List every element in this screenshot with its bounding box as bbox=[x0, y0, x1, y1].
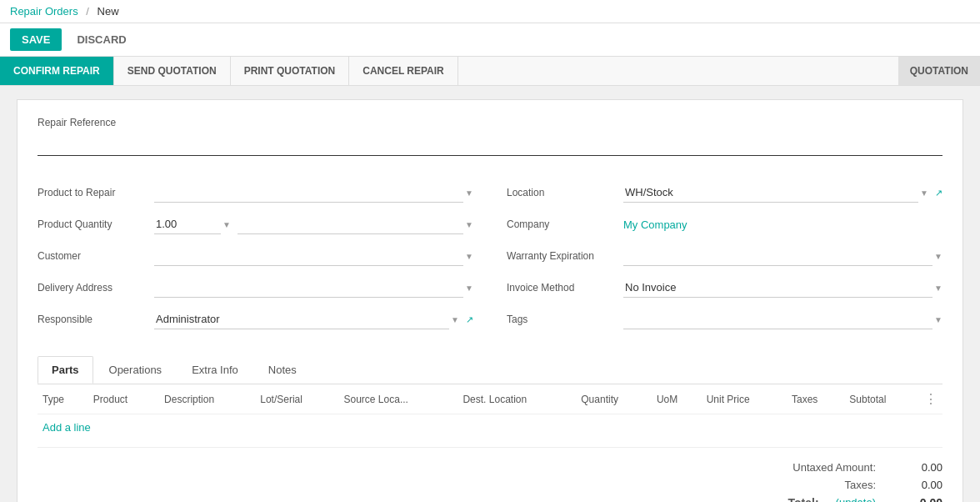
warranty-arrow: ▼ bbox=[934, 252, 942, 261]
form-columns: Product to Repair ▼ Product Quantity ▼ ▼ bbox=[38, 181, 942, 339]
col-taxes: Taxes bbox=[787, 384, 844, 414]
delivery-address-row: Delivery Address ▼ bbox=[38, 276, 473, 299]
col-source-location: Source Loca... bbox=[339, 384, 458, 414]
delivery-address-input[interactable] bbox=[154, 278, 463, 298]
total-final-row: Total: (update) 0.00 bbox=[719, 496, 942, 502]
responsible-label: Responsible bbox=[38, 314, 154, 325]
totals-section: Untaxed Amount: 0.00 Taxes: 0.00 Total: … bbox=[38, 447, 942, 502]
tags-input[interactable] bbox=[623, 309, 932, 329]
add-line-button[interactable]: Add a line bbox=[38, 414, 96, 440]
main-content: Repair Reference Product to Repair ▼ Pro… bbox=[0, 86, 980, 502]
repair-reference-label: Repair Reference bbox=[38, 117, 942, 128]
tab-parts[interactable]: Parts bbox=[38, 356, 93, 384]
product-to-repair-row: Product to Repair ▼ bbox=[38, 181, 473, 204]
responsible-arrow: ▼ bbox=[451, 315, 459, 324]
product-quantity-input[interactable] bbox=[154, 214, 221, 234]
invoice-method-arrow: ▼ bbox=[934, 284, 942, 293]
delivery-address-value: ▼ bbox=[154, 278, 473, 298]
invoice-method-value: ▼ bbox=[623, 278, 942, 298]
location-arrow: ▼ bbox=[920, 188, 928, 198]
workflow-confirm-repair[interactable]: CONFIRM REPAIR bbox=[0, 57, 114, 85]
uom-arrow: ▼ bbox=[465, 220, 473, 229]
taxes-row: Taxes: 0.00 bbox=[776, 479, 942, 491]
breadcrumb-bar: Repair Orders / New bbox=[0, 0, 980, 23]
product-to-repair-label: Product to Repair bbox=[38, 187, 154, 198]
warranty-expiration-input[interactable] bbox=[623, 246, 932, 266]
tags-value: ▼ bbox=[623, 309, 942, 329]
total-value: 0.00 bbox=[892, 496, 942, 502]
workflow-send-quotation[interactable]: SEND QUOTATION bbox=[114, 57, 231, 85]
product-quantity-uom-input[interactable] bbox=[238, 214, 463, 234]
workflow-print-quotation[interactable]: PRINT QUOTATION bbox=[231, 57, 350, 85]
parts-table: Type Product Description Lot/Serial Sour… bbox=[38, 384, 942, 414]
taxes-label: Taxes: bbox=[776, 479, 876, 491]
customer-input[interactable] bbox=[154, 246, 463, 266]
col-lot-serial: Lot/Serial bbox=[255, 384, 338, 414]
product-quantity-arrow: ▼ bbox=[222, 220, 231, 229]
warranty-expiration-label: Warranty Expiration bbox=[507, 250, 623, 262]
table-more-icon[interactable]: ⋮ bbox=[924, 392, 938, 406]
delivery-address-label: Delivery Address bbox=[38, 282, 154, 294]
location-external-link[interactable]: ↗ bbox=[935, 188, 942, 198]
tab-extra-info[interactable]: Extra Info bbox=[178, 356, 252, 384]
untaxed-label: Untaxed Amount: bbox=[776, 461, 876, 474]
invoice-method-row: Invoice Method ▼ bbox=[507, 276, 942, 299]
tab-notes[interactable]: Notes bbox=[254, 356, 311, 384]
customer-arrow: ▼ bbox=[465, 252, 473, 261]
workflow-bar: CONFIRM REPAIR SEND QUOTATION PRINT QUOT… bbox=[0, 57, 980, 86]
customer-row: Customer ▼ bbox=[38, 244, 473, 268]
untaxed-value: 0.00 bbox=[892, 461, 942, 474]
untaxed-row: Untaxed Amount: 0.00 bbox=[776, 461, 942, 474]
workflow-cancel-repair[interactable]: CANCEL REPAIR bbox=[349, 57, 458, 85]
total-label: Total: bbox=[719, 496, 819, 502]
col-subtotal: Subtotal bbox=[844, 384, 919, 414]
update-link[interactable]: (update) bbox=[836, 496, 876, 502]
company-text: My Company bbox=[623, 218, 688, 231]
repair-reference-input[interactable] bbox=[38, 132, 942, 156]
customer-label: Customer bbox=[38, 250, 154, 262]
location-value: ▼ ↗ bbox=[623, 183, 942, 203]
product-to-repair-input[interactable] bbox=[154, 183, 463, 203]
invoice-method-input[interactable] bbox=[623, 278, 932, 298]
responsible-value: ▼ ↗ bbox=[154, 309, 473, 329]
location-row: Location ▼ ↗ bbox=[507, 181, 942, 204]
col-actions: ⋮ bbox=[919, 384, 942, 414]
responsible-external-link[interactable]: ↗ bbox=[466, 314, 473, 325]
breadcrumb-sep: / bbox=[86, 5, 89, 18]
col-uom: UoM bbox=[652, 384, 702, 414]
breadcrumb-parent[interactable]: Repair Orders bbox=[10, 5, 78, 18]
responsible-input[interactable] bbox=[154, 309, 449, 329]
col-unit-price: Unit Price bbox=[702, 384, 787, 414]
tab-operations[interactable]: Operations bbox=[95, 356, 177, 384]
location-input[interactable] bbox=[623, 183, 918, 203]
col-dest-location: Dest. Location bbox=[458, 384, 576, 414]
discard-button[interactable]: DISCARD bbox=[68, 28, 134, 51]
company-label: Company bbox=[507, 218, 623, 230]
delivery-address-arrow: ▼ bbox=[465, 284, 473, 293]
right-col: Location ▼ ↗ Company My Company bbox=[507, 181, 942, 339]
form-card: Repair Reference Product to Repair ▼ Pro… bbox=[17, 99, 963, 502]
location-label: Location bbox=[507, 187, 623, 198]
company-value: My Company bbox=[623, 218, 942, 231]
customer-value: ▼ bbox=[154, 246, 473, 266]
tags-label: Tags bbox=[507, 314, 623, 325]
tags-row: Tags ▼ bbox=[507, 308, 942, 331]
quotation-button[interactable]: QUOTATION bbox=[898, 57, 980, 85]
warranty-expiration-row: Warranty Expiration ▼ bbox=[507, 244, 942, 268]
taxes-value: 0.00 bbox=[892, 479, 942, 491]
tags-arrow: ▼ bbox=[934, 315, 942, 324]
repair-reference-section: Repair Reference bbox=[38, 117, 942, 164]
invoice-method-label: Invoice Method bbox=[507, 282, 623, 294]
warranty-expiration-value: ▼ bbox=[623, 246, 942, 266]
save-button[interactable]: SAVE bbox=[10, 28, 62, 51]
product-to-repair-arrow: ▼ bbox=[465, 188, 473, 198]
tabs-container: Parts Operations Extra Info Notes bbox=[38, 356, 942, 384]
left-col: Product to Repair ▼ Product Quantity ▼ ▼ bbox=[38, 181, 473, 339]
action-bar: SAVE DISCARD bbox=[0, 23, 980, 57]
product-to-repair-value: ▼ bbox=[154, 183, 473, 203]
col-type: Type bbox=[38, 384, 88, 414]
product-quantity-value: ▼ ▼ bbox=[154, 214, 473, 234]
col-product: Product bbox=[88, 384, 159, 414]
breadcrumb-current: New bbox=[98, 5, 119, 18]
responsible-row: Responsible ▼ ↗ bbox=[38, 308, 473, 331]
